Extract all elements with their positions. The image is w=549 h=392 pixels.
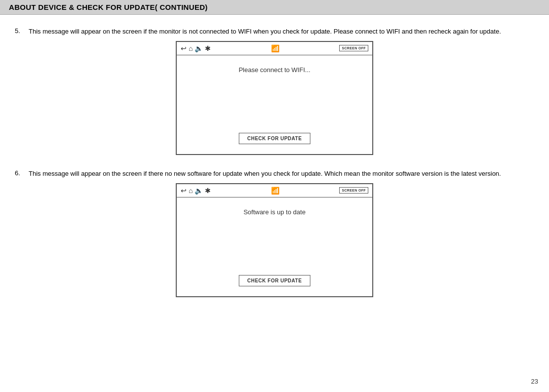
monitor-5-icons: ↩ ⌂ 🔈 ✱ bbox=[181, 44, 211, 52]
back-icon-2: ↩ bbox=[181, 187, 187, 195]
step-6-row: 6. This message will appear on the scree… bbox=[15, 169, 534, 179]
step-6-item: 6. This message will appear on the scree… bbox=[15, 169, 534, 297]
monitor-6-container: ↩ ⌂ 🔈 ✱ 📶 SCREEN OFF Software is up to d… bbox=[15, 183, 534, 297]
wifi-icon: 📶 bbox=[271, 44, 279, 52]
home-icon: ⌂ bbox=[189, 44, 193, 52]
monitor-6-frame: ↩ ⌂ 🔈 ✱ 📶 SCREEN OFF Software is up to d… bbox=[176, 183, 373, 297]
step-5-row: 5. This message will appear on the scree… bbox=[15, 27, 534, 37]
monitor-5-container: ↩ ⌂ 🔈 ✱ 📶 SCREEN OFF Please con bbox=[15, 41, 534, 155]
check-update-button-6[interactable]: CHECK FOR UPDATE bbox=[239, 275, 311, 286]
monitor-5-topbar: ↩ ⌂ 🔈 ✱ 📶 SCREEN OFF bbox=[177, 42, 372, 55]
step-6-text: This message will appear on the screen i… bbox=[29, 169, 501, 179]
home-icon-2: ⌂ bbox=[189, 187, 193, 195]
volume-icon-2: 🔈 bbox=[195, 187, 203, 195]
brightness-icon: ✱ bbox=[205, 44, 211, 52]
monitor-6-body: Software is up to date CHECK FOR UPDATE bbox=[177, 197, 372, 296]
brightness-icon-2: ✱ bbox=[205, 187, 211, 195]
monitor-5-body: Please connect to WIFI... CHECK FOR UPDA… bbox=[177, 55, 372, 154]
monitor-5-message: Please connect to WIFI... bbox=[238, 66, 310, 74]
monitor-6-icons: ↩ ⌂ 🔈 ✱ bbox=[181, 187, 211, 195]
screen-off-badge-6: SCREEN OFF bbox=[339, 187, 368, 194]
step-5-text: This message will appear on the screen i… bbox=[29, 27, 501, 37]
page-content: 5. This message will appear on the scree… bbox=[0, 15, 549, 326]
step-5-item: 5. This message will appear on the scree… bbox=[15, 27, 534, 155]
monitor-5-frame: ↩ ⌂ 🔈 ✱ 📶 SCREEN OFF Please con bbox=[176, 41, 373, 155]
screen-off-badge-5: SCREEN OFF bbox=[339, 45, 368, 51]
wifi-icon-2: 📶 bbox=[271, 187, 279, 195]
step-5-number: 5. bbox=[15, 27, 29, 37]
page-number: 23 bbox=[531, 378, 538, 385]
monitor-6-message: Software is up to date bbox=[243, 208, 306, 216]
step-6-number: 6. bbox=[15, 169, 29, 179]
page-title: ABOUT DEVICE & CHECK FOR UPDATE( CONTINU… bbox=[9, 3, 540, 11]
volume-icon: 🔈 bbox=[195, 44, 203, 52]
monitor-6-topbar: ↩ ⌂ 🔈 ✱ 📶 SCREEN OFF bbox=[177, 184, 372, 197]
page-header: ABOUT DEVICE & CHECK FOR UPDATE( CONTINU… bbox=[0, 0, 549, 15]
back-icon: ↩ bbox=[181, 44, 187, 52]
check-update-button-5[interactable]: CHECK FOR UPDATE bbox=[239, 133, 311, 144]
